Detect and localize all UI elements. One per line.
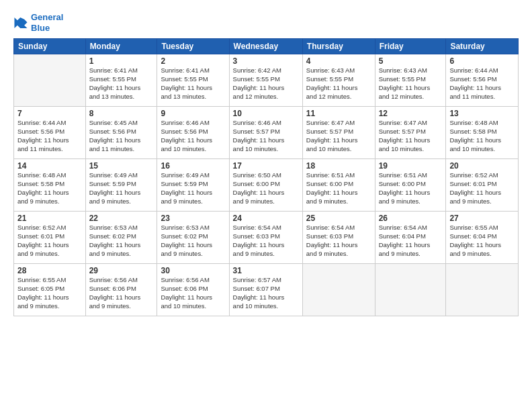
day-number: 16 [161,161,225,171]
day-number: 7 [17,109,82,118]
day-number: 2 [161,56,225,66]
calendar-cell: 28Sunrise: 6:55 AMSunset: 6:05 PMDayligh… [14,264,86,316]
calendar-cell: 20Sunrise: 6:52 AMSunset: 6:01 PMDayligh… [446,159,519,212]
logo-icon [13,15,28,30]
day-info: Sunrise: 6:54 AMSunset: 6:03 PMDaylight:… [233,224,299,258]
day-number: 28 [17,266,82,275]
day-number: 31 [233,266,299,275]
calendar-table: SundayMondayTuesdayWednesdayThursdayFrid… [13,38,519,316]
calendar-cell: 2Sunrise: 6:41 AMSunset: 5:55 PMDaylight… [157,54,229,107]
day-info: Sunrise: 6:52 AMSunset: 6:01 PMDaylight:… [17,224,82,258]
calendar-cell: 25Sunrise: 6:54 AMSunset: 6:03 PMDayligh… [302,212,375,264]
calendar-cell: 23Sunrise: 6:53 AMSunset: 6:02 PMDayligh… [157,212,229,264]
day-info: Sunrise: 6:53 AMSunset: 6:02 PMDaylight:… [89,224,154,258]
day-info: Sunrise: 6:57 AMSunset: 6:07 PMDaylight:… [233,276,299,310]
day-info: Sunrise: 6:54 AMSunset: 6:03 PMDaylight:… [306,224,371,258]
calendar-cell: 7Sunrise: 6:44 AMSunset: 5:56 PMDaylight… [14,107,86,159]
day-number: 24 [233,214,299,223]
calendar-cell: 10Sunrise: 6:46 AMSunset: 5:57 PMDayligh… [229,107,302,159]
day-info: Sunrise: 6:44 AMSunset: 5:56 PMDaylight:… [449,66,515,101]
day-info: Sunrise: 6:50 AMSunset: 6:00 PMDaylight:… [233,171,299,205]
day-number: 9 [161,109,225,118]
calendar-cell: 16Sunrise: 6:49 AMSunset: 5:59 PMDayligh… [157,159,229,212]
day-number: 14 [17,161,82,171]
day-info: Sunrise: 6:47 AMSunset: 5:57 PMDaylight:… [379,119,443,153]
calendar-cell: 1Sunrise: 6:41 AMSunset: 5:55 PMDaylight… [85,54,157,107]
day-info: Sunrise: 6:41 AMSunset: 5:55 PMDaylight:… [89,66,154,101]
day-info: Sunrise: 6:49 AMSunset: 5:59 PMDaylight:… [161,171,225,205]
calendar-cell: 3Sunrise: 6:42 AMSunset: 5:55 PMDaylight… [229,54,302,107]
calendar-cell: 5Sunrise: 6:43 AMSunset: 5:55 PMDaylight… [375,54,446,107]
day-info: Sunrise: 6:51 AMSunset: 6:00 PMDaylight:… [306,171,371,205]
day-number: 25 [306,214,371,223]
calendar-cell: 13Sunrise: 6:48 AMSunset: 5:58 PMDayligh… [446,107,519,159]
day-number: 22 [89,214,154,223]
day-info: Sunrise: 6:43 AMSunset: 5:55 PMDaylight:… [306,66,371,101]
calendar-cell: 15Sunrise: 6:49 AMSunset: 5:59 PMDayligh… [85,159,157,212]
day-info: Sunrise: 6:53 AMSunset: 6:02 PMDaylight:… [161,224,225,258]
day-number: 11 [306,109,371,118]
calendar-cell: 14Sunrise: 6:48 AMSunset: 5:58 PMDayligh… [14,159,86,212]
day-info: Sunrise: 6:48 AMSunset: 5:58 PMDaylight:… [17,171,82,205]
calendar-header-row: SundayMondayTuesdayWednesdayThursdayFrid… [14,39,519,54]
calendar-cell: 18Sunrise: 6:51 AMSunset: 6:00 PMDayligh… [302,159,375,212]
calendar-header-wednesday: Wednesday [229,39,302,54]
day-info: Sunrise: 6:56 AMSunset: 6:06 PMDaylight:… [161,276,225,310]
day-number: 13 [449,109,515,118]
day-info: Sunrise: 6:55 AMSunset: 6:04 PMDaylight:… [449,224,515,258]
calendar-header-thursday: Thursday [302,39,375,54]
calendar-cell [446,264,519,316]
day-info: Sunrise: 6:54 AMSunset: 6:04 PMDaylight:… [379,224,443,258]
day-info: Sunrise: 6:49 AMSunset: 5:59 PMDaylight:… [89,171,154,205]
calendar-cell: 31Sunrise: 6:57 AMSunset: 6:07 PMDayligh… [229,264,302,316]
calendar-cell [14,54,86,107]
calendar-week-3: 14Sunrise: 6:48 AMSunset: 5:58 PMDayligh… [14,159,519,212]
calendar-week-2: 7Sunrise: 6:44 AMSunset: 5:56 PMDaylight… [14,107,519,159]
calendar-week-4: 21Sunrise: 6:52 AMSunset: 6:01 PMDayligh… [14,212,519,264]
day-info: Sunrise: 6:45 AMSunset: 5:56 PMDaylight:… [89,119,154,153]
calendar-cell [375,264,446,316]
day-number: 10 [233,109,299,118]
calendar-cell [302,264,375,316]
day-number: 15 [89,161,154,171]
day-info: Sunrise: 6:48 AMSunset: 5:58 PMDaylight:… [449,119,515,153]
calendar-header-tuesday: Tuesday [157,39,229,54]
calendar-cell: 27Sunrise: 6:55 AMSunset: 6:04 PMDayligh… [446,212,519,264]
day-number: 21 [17,214,82,223]
calendar-header-friday: Friday [375,39,446,54]
day-number: 20 [449,161,515,171]
calendar-cell: 11Sunrise: 6:47 AMSunset: 5:57 PMDayligh… [302,107,375,159]
header: General Blue [13,12,519,33]
calendar-cell: 30Sunrise: 6:56 AMSunset: 6:06 PMDayligh… [157,264,229,316]
day-number: 6 [449,56,515,66]
day-number: 8 [89,109,154,118]
day-number: 27 [449,214,515,223]
calendar-cell: 26Sunrise: 6:54 AMSunset: 6:04 PMDayligh… [375,212,446,264]
calendar-header-sunday: Sunday [14,39,86,54]
day-info: Sunrise: 6:52 AMSunset: 6:01 PMDaylight:… [449,171,515,205]
day-number: 23 [161,214,225,223]
day-info: Sunrise: 6:43 AMSunset: 5:55 PMDaylight:… [379,66,443,101]
day-number: 30 [161,266,225,275]
calendar-cell: 6Sunrise: 6:44 AMSunset: 5:56 PMDaylight… [446,54,519,107]
calendar-cell: 24Sunrise: 6:54 AMSunset: 6:03 PMDayligh… [229,212,302,264]
calendar-cell: 22Sunrise: 6:53 AMSunset: 6:02 PMDayligh… [85,212,157,264]
day-number: 3 [233,56,299,66]
calendar-cell: 9Sunrise: 6:46 AMSunset: 5:56 PMDaylight… [157,107,229,159]
calendar-cell: 12Sunrise: 6:47 AMSunset: 5:57 PMDayligh… [375,107,446,159]
calendar-cell: 8Sunrise: 6:45 AMSunset: 5:56 PMDaylight… [85,107,157,159]
day-number: 5 [379,56,443,66]
day-info: Sunrise: 6:55 AMSunset: 6:05 PMDaylight:… [17,276,82,310]
day-info: Sunrise: 6:42 AMSunset: 5:55 PMDaylight:… [233,66,299,101]
day-number: 18 [306,161,371,171]
day-number: 12 [379,109,443,118]
calendar-week-5: 28Sunrise: 6:55 AMSunset: 6:05 PMDayligh… [14,264,519,316]
day-number: 26 [379,214,443,223]
calendar-cell: 21Sunrise: 6:52 AMSunset: 6:01 PMDayligh… [14,212,86,264]
calendar-cell: 29Sunrise: 6:56 AMSunset: 6:06 PMDayligh… [85,264,157,316]
day-info: Sunrise: 6:46 AMSunset: 5:56 PMDaylight:… [161,119,225,153]
page: General Blue SundayMondayTuesdayWednesda… [0,0,532,411]
day-info: Sunrise: 6:56 AMSunset: 6:06 PMDaylight:… [89,276,154,310]
calendar-cell: 4Sunrise: 6:43 AMSunset: 5:55 PMDaylight… [302,54,375,107]
calendar-cell: 19Sunrise: 6:51 AMSunset: 6:00 PMDayligh… [375,159,446,212]
